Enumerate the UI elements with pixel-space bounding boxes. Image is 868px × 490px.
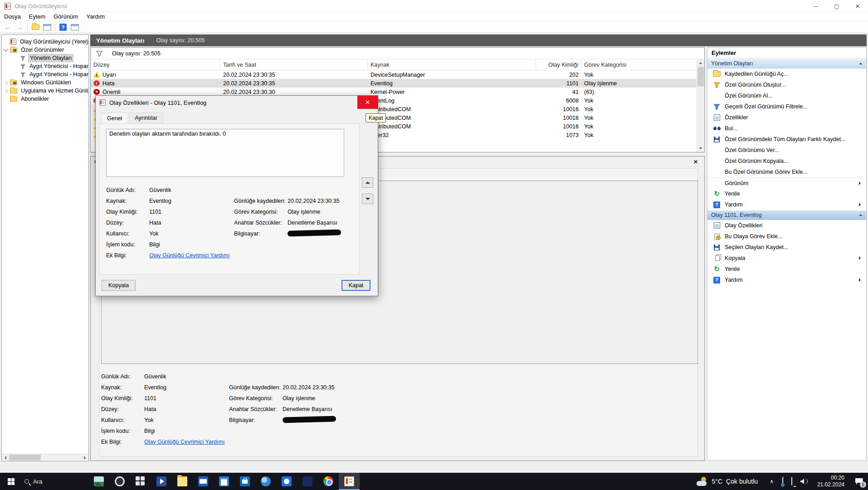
tree-item-custom-views[interactable]: Özel Görünümler xyxy=(2,46,88,54)
action-attach-task-to-event[interactable]: Bu Olaya Görev Ekle... xyxy=(707,231,866,242)
events-vertical-scrollbar[interactable] xyxy=(697,59,704,152)
close-button[interactable] xyxy=(847,0,868,12)
taskbar-search[interactable]: Ara xyxy=(22,473,49,490)
taskbar-app-media[interactable] xyxy=(151,473,172,490)
close-preview-icon[interactable] xyxy=(691,159,701,165)
scroll-left-icon[interactable] xyxy=(2,454,9,461)
column-header-date[interactable]: Tarih ve Saat xyxy=(220,59,368,70)
event-viewer-icon xyxy=(10,39,16,45)
action-open-saved-log[interactable]: Kaydedilen Günlüğü Aç... xyxy=(707,69,866,79)
menu-dosya[interactable]: Dosya xyxy=(0,12,25,21)
action-refresh-event[interactable]: Yenile xyxy=(707,264,866,274)
action-import-custom-view[interactable]: Özel Görünüm Al... xyxy=(707,90,866,101)
network-icon[interactable] xyxy=(791,477,792,485)
tray-app-icon[interactable] xyxy=(782,477,783,485)
scroll-down-icon[interactable] xyxy=(697,145,704,152)
tab-general[interactable]: Genel xyxy=(101,113,128,124)
action-export-custom-view[interactable]: Özel Görünümü Ver... xyxy=(707,145,866,156)
action-create-custom-view[interactable]: Özel Görünüm Oluştur... xyxy=(707,79,866,90)
tray-expand-icon[interactable] xyxy=(770,478,774,485)
action-properties[interactable]: Özellikler xyxy=(707,112,866,123)
warning-icon xyxy=(93,72,100,78)
event-row-selected[interactable]: Hata 20.02.2024 23:30:35 Eventlog 1101 O… xyxy=(91,79,704,88)
taskbar-app-navy[interactable] xyxy=(297,473,318,490)
collapse-icon[interactable] xyxy=(859,212,863,218)
taskbar-file-explorer[interactable] xyxy=(172,473,193,490)
minimize-button[interactable] xyxy=(805,0,826,12)
maximize-button[interactable] xyxy=(826,0,847,12)
tree-item-windows-logs[interactable]: Windows Günlükleri xyxy=(2,78,88,87)
event-row[interactable]: Uyarı 20.02.2024 23:30:35 DeviceSetupMan… xyxy=(91,70,704,79)
kapat-button[interactable]: Kapat xyxy=(341,280,371,291)
scroll-up-icon[interactable] xyxy=(697,59,704,67)
start-button[interactable] xyxy=(0,473,22,490)
scrollbar-thumb[interactable] xyxy=(697,67,704,86)
actions-section-selected-event[interactable]: Olay 1101, Eventlog xyxy=(707,210,866,220)
action-save-selected-events[interactable]: Seçilen Olayları Kaydet... xyxy=(707,242,866,253)
taskbar-app-store[interactable] xyxy=(234,473,255,490)
volume-icon[interactable] xyxy=(800,479,808,484)
action-help-event[interactable]: Yardım xyxy=(707,274,866,285)
tree-item-subscriptions[interactable]: Abonelikler xyxy=(2,95,88,103)
expander-open-icon[interactable] xyxy=(4,47,8,52)
tree-item-root[interactable]: Olay Görüntüleyicisi (Yerel) xyxy=(2,38,88,46)
action-filter-current-view[interactable]: Geçerli Özel Görünümü Filtrele... xyxy=(707,101,866,112)
taskbar-app-browser-ring[interactable] xyxy=(109,473,130,490)
scroll-right-icon[interactable] xyxy=(81,454,88,461)
show-console-tree-icon[interactable] xyxy=(42,22,53,32)
event-description-box[interactable]: Denetim olayları aktarım tarafından bıra… xyxy=(106,129,344,177)
action-refresh[interactable]: Yenile xyxy=(707,188,866,199)
taskbar-app-landscape[interactable] xyxy=(88,473,109,490)
show-action-pane-icon[interactable] xyxy=(69,22,80,32)
notification-center-button[interactable]: 6 xyxy=(850,473,868,490)
help-icon[interactable] xyxy=(58,22,68,32)
scrollbar-thumb[interactable] xyxy=(9,455,41,461)
next-event-button[interactable] xyxy=(362,194,373,204)
action-copy[interactable]: Kopyala xyxy=(707,253,866,264)
forward-icon[interactable] xyxy=(14,22,25,32)
action-help[interactable]: Yardım xyxy=(707,199,866,210)
taskbar-app-chrome[interactable] xyxy=(318,473,339,490)
tree-item-app-logs[interactable]: Uygulama ve Hizmet Günlük xyxy=(2,87,88,95)
tree-item-device-view-2[interactable]: Aygıt Yöneticisi - Hoparl xyxy=(2,70,88,78)
taskbar-app-mail[interactable] xyxy=(193,473,214,490)
action-copy-custom-view[interactable]: Özel Görünüm Kopyala... xyxy=(707,156,866,167)
tree-item-admin-events[interactable]: Yönetim Olayları xyxy=(2,54,88,62)
action-save-all-events-as[interactable]: Özel Görünümdeki Tüm Olayları Farklı Kay… xyxy=(707,134,866,145)
column-header-level[interactable]: Düzey xyxy=(91,59,220,70)
copy-button[interactable]: Kopyala xyxy=(102,280,136,291)
binoculars-icon xyxy=(713,125,721,132)
action-find[interactable]: Bul... xyxy=(707,123,866,134)
menu-eylem[interactable]: Eylem xyxy=(25,12,49,21)
column-header-source[interactable]: Kaynak xyxy=(368,59,536,70)
online-help-link[interactable]: Olay Günlüğü Çevrimiçi Yardımı xyxy=(149,252,229,259)
collapse-icon[interactable] xyxy=(859,61,863,66)
open-saved-log-icon[interactable] xyxy=(30,22,41,32)
online-help-link[interactable]: Olay Günlüğü Çevrimiçi Yardımı xyxy=(144,439,224,445)
menu-yardim[interactable]: Yardım xyxy=(82,12,109,21)
taskbar-weather[interactable]: 5°C Çok bulutlu xyxy=(697,477,758,486)
actions-pane: Eylemler Yönetim Olayları Kaydedilen Gün… xyxy=(707,47,867,461)
redacted-computer-name xyxy=(283,416,336,423)
column-header-id[interactable]: Olay Kimliği xyxy=(536,59,581,70)
previous-event-button[interactable] xyxy=(362,177,373,188)
tab-details[interactable]: Ayrıntılar xyxy=(129,113,163,123)
actions-section-admin-events[interactable]: Yönetim Olayları xyxy=(707,59,866,69)
action-event-properties[interactable]: Olay Özellikleri xyxy=(707,220,866,231)
taskbar-app-calendar[interactable] xyxy=(214,473,234,490)
action-view-submenu[interactable]: Görünüm xyxy=(707,177,866,188)
dialog-close-button[interactable] xyxy=(357,96,378,109)
taskbar-app-edge[interactable] xyxy=(255,473,276,490)
taskbar-clock[interactable]: 00:20 21.02.2024 xyxy=(817,475,844,488)
column-header-category[interactable]: Görev Kategorisi xyxy=(581,59,704,70)
back-icon[interactable] xyxy=(2,22,13,32)
action-attach-task-to-view[interactable]: Bu Özel Görünüme Görev Ekle... xyxy=(707,167,866,177)
tree-horizontal-scrollbar[interactable] xyxy=(2,454,88,461)
expander-closed-icon[interactable] xyxy=(4,80,8,85)
taskbar-app-photos[interactable] xyxy=(276,473,297,490)
taskbar-task-view[interactable] xyxy=(130,473,151,490)
taskbar-event-viewer-active[interactable] xyxy=(339,473,360,490)
tree-item-device-view-1[interactable]: Aygıt Yöneticisi - Hoparl xyxy=(2,62,88,70)
expander-closed-icon[interactable] xyxy=(4,88,8,93)
menu-gorunum[interactable]: Görünüm xyxy=(49,12,82,21)
